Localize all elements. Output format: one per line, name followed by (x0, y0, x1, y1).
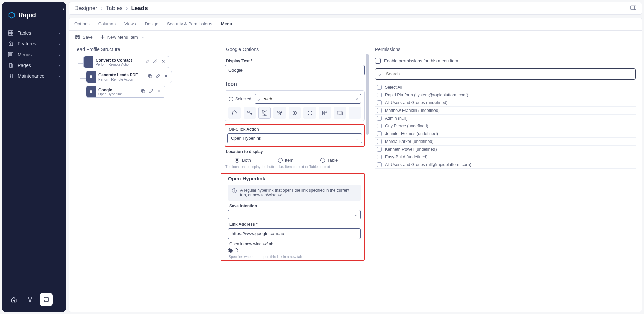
radio-both[interactable]: Both (235, 158, 251, 163)
integrations-button[interactable] (24, 293, 36, 306)
radio-item[interactable]: Item (278, 158, 293, 163)
expand-icon[interactable] (630, 5, 636, 12)
breadcrumb-designer[interactable]: Designer (74, 5, 97, 12)
selected-icon-chip: Selected (228, 96, 251, 102)
chevron-right-icon: › (59, 74, 60, 79)
on-click-label: On-Click Action (229, 127, 362, 132)
select-all-row[interactable]: Select All (375, 84, 636, 91)
drag-handle-icon[interactable]: ≡ (84, 56, 93, 68)
tab-views[interactable]: Views (124, 21, 136, 30)
svg-rect-35 (337, 111, 341, 114)
menu-item-generate[interactable]: ≡ Generate Leads PDF Perform Remote Acti… (86, 71, 172, 83)
permission-row[interactable]: Guy Pierce (undefined) (375, 122, 636, 130)
menu-item-title: Convert to Contact (96, 58, 141, 63)
enable-permissions-toggle[interactable]: Enable permissions for this menu item (375, 56, 636, 68)
edit-icon[interactable] (152, 58, 159, 66)
svg-point-30 (294, 112, 295, 114)
tab-design[interactable]: Design (145, 21, 158, 30)
checkbox-icon (377, 124, 382, 128)
display-text-label: Display Text * (226, 59, 365, 63)
icon-option[interactable] (319, 107, 331, 119)
svg-rect-11 (146, 60, 148, 62)
new-menu-item-button[interactable]: New Menu Item ⌄ (100, 35, 145, 40)
svg-rect-10 (76, 35, 79, 39)
info-icon: i (232, 188, 237, 193)
tab-columns[interactable]: Columns (98, 21, 116, 30)
scrollbar[interactable] (366, 54, 369, 135)
location-hint: The location to display the button. i.e.… (225, 165, 365, 169)
link-address-label: Link Address * (229, 222, 361, 227)
search-icon: ⌕ (378, 71, 381, 76)
copy-icon[interactable] (139, 87, 147, 96)
copy-icon[interactable] (146, 72, 154, 81)
svg-point-20 (232, 99, 232, 99)
edit-icon[interactable] (154, 72, 162, 81)
save-intention-select[interactable] (228, 210, 361, 219)
icon-option[interactable] (289, 107, 301, 119)
home-button[interactable] (7, 293, 20, 306)
grid-icon (8, 30, 13, 36)
clear-icon[interactable]: × (355, 96, 358, 102)
permission-row[interactable]: Matthew Franklin (undefined) (375, 107, 636, 115)
icon-option[interactable] (228, 107, 241, 119)
open-new-tab-label: Open in new window/tab (229, 242, 361, 246)
delete-icon[interactable] (156, 87, 163, 96)
permission-row[interactable]: Rapid Platform (system@rapidplatform.com… (375, 91, 636, 99)
logo-text: Rapid (18, 11, 36, 19)
icon-option[interactable] (258, 107, 271, 119)
svg-point-18 (230, 99, 230, 99)
sidebar-item-tables[interactable]: Tables › (5, 28, 63, 38)
menu-item-sub: Perform Remote Action (96, 63, 141, 66)
drag-handle-icon[interactable]: ≡ (86, 71, 96, 83)
permission-row[interactable]: Kenneth Powell (undefined) (375, 146, 636, 153)
chevron-down-icon: ⌄ (355, 136, 359, 141)
menu-item-convert[interactable]: ≡ Convert to Contact Perform Remote Acti… (83, 56, 169, 68)
sidebar-item-menus[interactable]: Menus › (5, 49, 63, 60)
sidebar-item-maintenance[interactable]: Maintenance › (5, 71, 63, 82)
tab-options[interactable]: Options (74, 21, 90, 30)
on-click-select[interactable]: Open Hyperlink (227, 133, 362, 143)
selected-label: Selected (235, 97, 251, 101)
delete-icon[interactable] (162, 72, 170, 81)
tab-security[interactable]: Security & Permissions (167, 21, 212, 30)
permission-row[interactable]: Marcia Parker (undefined) (375, 138, 636, 146)
permission-row[interactable]: All Users and Groups (all@rapidplatform.… (375, 161, 636, 169)
menu-item-sub: Perform Remote Action (98, 77, 143, 81)
permissions-search-input[interactable] (375, 68, 636, 80)
sidebar-item-pages[interactable]: Pages › (5, 60, 63, 71)
permission-row[interactable]: Admin (null) (375, 115, 636, 122)
tab-menu[interactable]: Menu (221, 21, 232, 30)
link-address-input[interactable] (228, 228, 361, 239)
permission-row[interactable]: Jennifer Holmes (undefined) (375, 130, 636, 138)
icon-option[interactable] (334, 107, 346, 119)
svg-rect-36 (353, 111, 357, 115)
checkbox-icon (377, 162, 382, 167)
copy-icon[interactable] (143, 58, 151, 66)
icon-search-input[interactable] (255, 94, 361, 104)
icon-option[interactable] (244, 107, 256, 119)
delete-icon[interactable] (160, 58, 167, 66)
breadcrumb-tables[interactable]: Tables (106, 5, 123, 12)
icon-option[interactable] (303, 107, 316, 119)
permission-row[interactable]: Easy-Build (undefined) (375, 153, 636, 161)
open-new-tab-toggle[interactable] (228, 248, 238, 253)
menu-item-google[interactable]: ≡ Google Open Hyperlink (86, 86, 165, 98)
save-button[interactable]: Save (75, 35, 93, 40)
menu-item-title: Google (98, 88, 137, 92)
options-title: Google Options (225, 44, 365, 56)
radio-table[interactable]: Table (320, 158, 338, 163)
icon-option[interactable] (273, 107, 286, 119)
designer-button[interactable] (40, 293, 53, 306)
sidebar-item-features[interactable]: Features › (5, 38, 63, 49)
toolbar: Save New Menu Item ⌄ (69, 31, 642, 44)
nav-list: Tables › Features › Menus › Pages › Main… (5, 28, 63, 291)
chevron-down-icon: ⌄ (142, 35, 145, 39)
sidebar-collapse-icon[interactable]: ‹ (63, 6, 64, 11)
new-item-label: New Menu Item (107, 35, 138, 40)
breadcrumb: Designer › Tables › Leads (69, 2, 642, 15)
display-text-input[interactable] (225, 65, 365, 75)
edit-icon[interactable] (148, 87, 155, 96)
permission-row[interactable]: All Users and Groups (undefined) (375, 99, 636, 107)
drag-handle-icon[interactable]: ≡ (86, 86, 96, 97)
icon-option[interactable] (349, 107, 361, 119)
